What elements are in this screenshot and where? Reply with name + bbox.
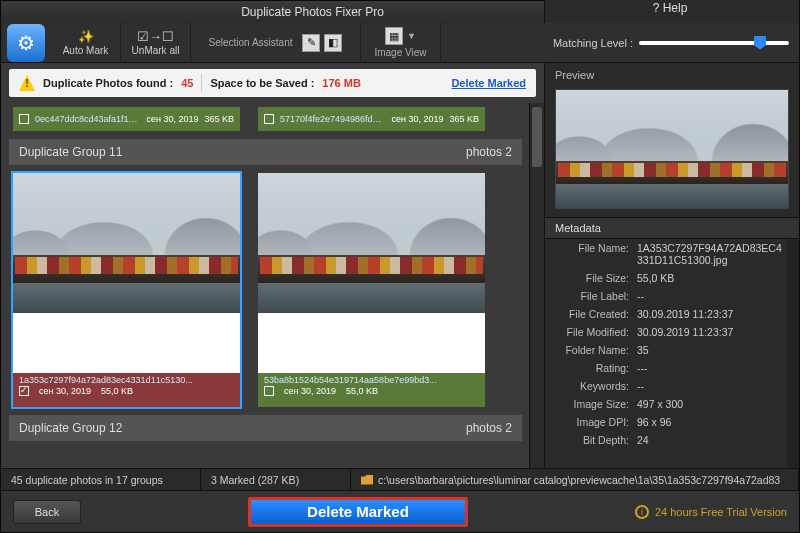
group-header[interactable]: Duplicate Group 11 photos 2 bbox=[9, 139, 522, 165]
group-name: Duplicate Group 11 bbox=[19, 145, 466, 159]
results-panel: Duplicate Photos found : 45 Space to be … bbox=[1, 63, 544, 468]
auto-mark-button[interactable]: ✨ Auto Mark bbox=[51, 23, 121, 63]
unmark-all-label: UnMark all bbox=[132, 45, 180, 56]
file-date: сен 30, 2019 bbox=[284, 386, 336, 396]
wand-icon: ✨ bbox=[78, 30, 94, 44]
metadata-row: Rating:--- bbox=[545, 359, 799, 377]
space-label: Space to be Saved : bbox=[210, 77, 314, 89]
checkbox[interactable] bbox=[264, 386, 274, 396]
selection-tool-1-button[interactable]: ✎ bbox=[302, 34, 320, 52]
metadata-value: -- bbox=[637, 380, 787, 392]
status-path: c:\users\barbara\pictures\luminar catalo… bbox=[351, 469, 799, 490]
results-scroll[interactable]: 0ec447ddc8cd43afa1f11795cf4edad4900... с… bbox=[1, 103, 544, 468]
metadata-grid[interactable]: File Name:1A353C7297F94A72AD83EC4331D11C… bbox=[545, 239, 799, 468]
metadata-label: Metadata bbox=[545, 217, 799, 239]
checkbox[interactable] bbox=[264, 114, 274, 124]
chevron-down-icon[interactable]: ▼ bbox=[407, 31, 416, 41]
unmark-all-button[interactable]: ☑→☐ UnMark all bbox=[121, 23, 191, 63]
selection-assistant-label: Selection Assistant bbox=[209, 37, 293, 48]
group-count: photos 2 bbox=[466, 145, 512, 159]
duplicate-card[interactable]: 53ba8b1524b54e319714aa58be7e99bd3... сен… bbox=[258, 173, 485, 407]
preview-label: Preview bbox=[545, 63, 799, 85]
metadata-row: File Created:30.09.2019 11:23:37 bbox=[545, 305, 799, 323]
metadata-row: Folder Name:35 bbox=[545, 341, 799, 359]
card-meta: 1a353c7297f94a72ad83ec4331d11c5130... се… bbox=[13, 373, 240, 407]
status-path-text: c:\users\barbara\pictures\luminar catalo… bbox=[378, 474, 780, 486]
metadata-key: File Created: bbox=[551, 308, 637, 320]
metadata-key: Bit Depth: bbox=[551, 434, 637, 446]
metadata-row: Bit Depth:24 bbox=[545, 431, 799, 449]
help-menu[interactable]: ? Help bbox=[653, 1, 688, 15]
image-view-section: ▦ ▼ Image View bbox=[361, 23, 441, 63]
selection-tool-2-button[interactable]: ◧ bbox=[324, 34, 342, 52]
trial-notice: i 24 hours Free Trial Version bbox=[635, 505, 787, 519]
metadata-value: -- bbox=[637, 290, 787, 302]
metadata-value: 55,0 KB bbox=[637, 272, 787, 284]
group-name: Duplicate Group 12 bbox=[19, 421, 466, 435]
card-meta: 53ba8b1524b54e319714aa58be7e99bd3... сен… bbox=[258, 373, 485, 407]
filename: 1a353c7297f94a72ad83ec4331d11c5130... bbox=[19, 375, 234, 385]
matching-level-control: Matching Level : bbox=[543, 23, 799, 63]
filename: 53ba8b1524b54e319714aa58be7e99bd3... bbox=[264, 375, 479, 385]
auto-mark-label: Auto Mark bbox=[63, 45, 109, 56]
image-view-grid-button[interactable]: ▦ bbox=[385, 27, 403, 45]
selection-assistant-section: Selection Assistant ✎ ◧ bbox=[191, 23, 361, 63]
thumbnail-image bbox=[13, 173, 240, 313]
previous-group-row: 0ec447ddc8cd43afa1f11795cf4edad4900... с… bbox=[9, 103, 536, 139]
file-date: сен 30, 2019 bbox=[39, 386, 91, 396]
metadata-value: 35 bbox=[637, 344, 787, 356]
slider-thumb[interactable] bbox=[754, 36, 766, 50]
file-size: 365 KB bbox=[204, 114, 234, 124]
unmark-icon: ☑→☐ bbox=[137, 30, 174, 44]
duplicate-card[interactable]: 1a353c7297f94a72ad83ec4331d11c5130... се… bbox=[13, 173, 240, 407]
app-window: Duplicate Photos Fixer Pro ▼ Settings ? … bbox=[0, 0, 800, 533]
file-size: 55,0 KB bbox=[346, 386, 378, 396]
app-title: Duplicate Photos Fixer Pro bbox=[81, 5, 544, 19]
metadata-key: Folder Name: bbox=[551, 344, 637, 356]
metadata-row: Image Size:497 x 300 bbox=[545, 395, 799, 413]
filename: 0ec447ddc8cd43afa1f11795cf4edad4900... bbox=[35, 114, 140, 124]
checkbox[interactable] bbox=[19, 386, 29, 396]
thumbnail-image bbox=[258, 173, 485, 313]
metadata-row: Image DPI:96 x 96 bbox=[545, 413, 799, 431]
status-bar: 45 duplicate photos in 17 groups 3 Marke… bbox=[1, 468, 799, 490]
group-header[interactable]: Duplicate Group 12 photos 2 bbox=[9, 415, 522, 441]
scrollbar-thumb[interactable] bbox=[532, 107, 542, 167]
metadata-key: Keywords: bbox=[551, 380, 637, 392]
metadata-key: Image DPI: bbox=[551, 416, 637, 428]
file-size: 365 KB bbox=[449, 114, 479, 124]
trial-text: 24 hours Free Trial Version bbox=[655, 506, 787, 518]
delete-marked-link[interactable]: Delete Marked bbox=[451, 77, 526, 89]
found-label: Duplicate Photos found : bbox=[43, 77, 173, 89]
back-button[interactable]: Back bbox=[13, 500, 81, 524]
metadata-row: File Name:1A353C7297F94A72AD83EC4331D11C… bbox=[545, 239, 799, 269]
metadata-value: 96 x 96 bbox=[637, 416, 787, 428]
metadata-key: Rating: bbox=[551, 362, 637, 374]
metadata-value: --- bbox=[637, 362, 787, 374]
metadata-value: 1A353C7297F94A72AD83EC4331D11C51300.jpg bbox=[637, 242, 787, 266]
title-bar: Duplicate Photos Fixer Pro ▼ Settings ? … bbox=[1, 1, 799, 23]
checkbox[interactable] bbox=[19, 114, 29, 124]
matching-level-slider[interactable] bbox=[639, 41, 789, 45]
side-panel: Preview Metadata File Name:1A353C7297F94… bbox=[544, 63, 799, 468]
card-row: 1a353c7297f94a72ad83ec4331d11c5130... се… bbox=[9, 165, 536, 415]
footer: Back Delete Marked i 24 hours Free Trial… bbox=[1, 490, 799, 532]
status-marked: 3 Marked (287 KB) bbox=[201, 469, 351, 490]
list-item[interactable]: 0ec447ddc8cd43afa1f11795cf4edad4900... с… bbox=[13, 107, 240, 131]
preview-image bbox=[555, 89, 789, 209]
list-item[interactable]: 57170f4fe2e7494986fd7e40903f8a4790... се… bbox=[258, 107, 485, 131]
metadata-value: 497 x 300 bbox=[637, 398, 787, 410]
metadata-value: 24 bbox=[637, 434, 787, 446]
metadata-row: Keywords:-- bbox=[545, 377, 799, 395]
matching-level-label: Matching Level : bbox=[553, 37, 633, 49]
filename: 57170f4fe2e7494986fd7e40903f8a4790... bbox=[280, 114, 385, 124]
info-bar: Duplicate Photos found : 45 Space to be … bbox=[9, 69, 536, 97]
metadata-value: 30.09.2019 11:23:37 bbox=[637, 308, 787, 320]
file-size: 55,0 KB bbox=[101, 386, 133, 396]
delete-marked-button[interactable]: Delete Marked bbox=[248, 497, 468, 527]
folder-icon bbox=[361, 475, 373, 485]
space-value: 176 MB bbox=[322, 77, 361, 89]
info-icon: i bbox=[635, 505, 649, 519]
file-date: сен 30, 2019 bbox=[391, 114, 443, 124]
metadata-row: File Label:-- bbox=[545, 287, 799, 305]
